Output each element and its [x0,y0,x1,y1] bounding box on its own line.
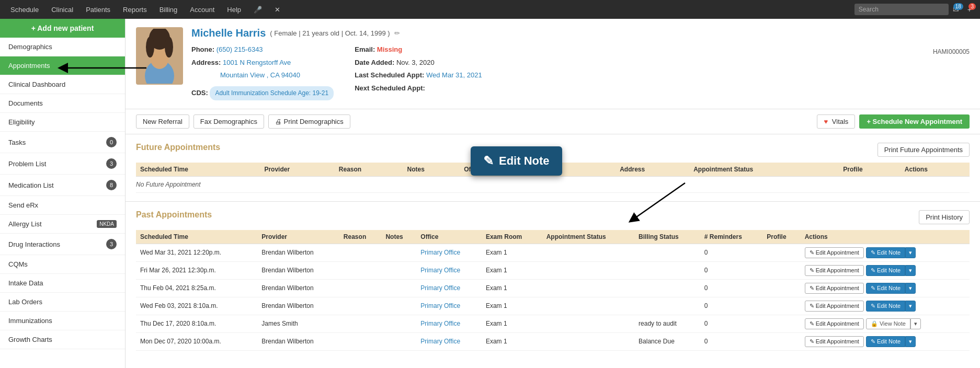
new-referral-button[interactable]: New Referral [136,114,189,129]
sidebar-item-growth-charts[interactable]: Growth Charts [0,330,125,349]
patient-phone[interactable]: (650) 215-6343 [216,45,263,53]
edit-note-button[interactable]: ✎ Edit Note [866,283,905,294]
cell-profile [762,261,800,279]
schedule-new-appointment-button[interactable]: + Schedule New Appointment [859,114,970,129]
cell-provider: James Smith [257,315,339,332]
cell-appt-status [542,332,634,350]
cell-time: Wed Mar 31, 2021 12:20p.m. [136,244,257,261]
cell-appt-status [542,315,634,332]
nav-item-reports[interactable]: Reports [117,0,153,19]
vitals-button[interactable]: ♥ Vitals [817,114,855,129]
sidebar-item-allergy-list[interactable]: Allergy List NKDA [0,215,125,234]
col-actions-future: Actions [901,163,970,177]
cell-time: Thu Dec 17, 2020 8:10a.m. [136,315,257,332]
sidebar-item-tasks[interactable]: Tasks 0 [0,132,125,153]
cell-reason [339,297,382,315]
table-row: Mon Dec 07, 2020 10:00a.m. Brendan Wilbe… [136,332,970,350]
search-input[interactable] [854,4,949,15]
cell-time: Mon Dec 07, 2020 10:00a.m. [136,332,257,350]
nav-item-account[interactable]: Account [184,0,221,19]
print-demographics-button[interactable]: 🖨 Print Demographics [268,114,350,129]
sidebar-label-drug-interactions: Drug Interactions [8,240,60,248]
patient-meta: ( Female | 21 years old | Oct. 14, 1999 … [270,29,390,37]
edit-appointment-button[interactable]: ✎ Edit Appointment [805,336,864,347]
heart-icon: ♥ [824,118,828,125]
table-row: Wed Mar 31, 2021 12:20p.m. Brendan Wilbe… [136,244,970,261]
sidebar-label-lab-orders: Lab Orders [8,298,42,306]
cell-profile [762,279,800,297]
cell-profile [762,297,800,315]
cell-provider: Brendan Wilberton [257,297,339,315]
cell-reminders: 0 [700,261,762,279]
sidebar-item-clinical-dashboard[interactable]: Clinical Dashboard [0,75,125,94]
cell-billing-status [634,297,700,315]
note-dropdown-button[interactable]: ▾ [905,301,916,312]
sidebar-item-lab-orders[interactable]: Lab Orders [0,293,125,312]
print-history-button[interactable]: Print History [919,210,970,224]
note-dropdown-button[interactable]: ▾ [905,265,916,276]
edit-appointment-button[interactable]: ✎ Edit Appointment [805,301,864,312]
sidebar-item-drug-interactions[interactable]: Drug Interactions 3 [0,234,125,255]
close-icon[interactable]: ✕ [268,0,287,19]
medication-list-badge: 8 [106,180,117,190]
cell-reminders: 0 [700,279,762,297]
sidebar-item-medication-list[interactable]: Medication List 8 [0,175,125,196]
edit-appointment-button[interactable]: ✎ Edit Appointment [805,318,864,329]
edit-appointment-button[interactable]: ✎ Edit Appointment [805,283,864,294]
alerts-button[interactable]: + 3 [963,3,976,16]
note-dropdown-button[interactable]: ▾ [910,318,921,329]
action-row: New Referral Fax Demographics 🖨 Print De… [126,109,980,134]
messages-button[interactable]: ✉ 18 [949,3,963,16]
edit-note-button[interactable]: ✎ Edit Note [866,265,905,276]
sidebar-item-send-erx[interactable]: Send eRx [0,196,125,215]
sidebar-label-problem-list: Problem List [8,160,46,168]
cds-tag[interactable]: Adult Immunization Schedule Age: 19-21 [210,86,334,100]
patient-address2[interactable]: Mountain View , CA 94040 [220,71,300,79]
edit-appointment-button[interactable]: ✎ Edit Appointment [805,247,864,258]
edit-note-button[interactable]: ✎ Edit Note [866,336,905,347]
cell-exam-room: Exam 1 [482,279,542,297]
cell-notes [381,315,416,332]
sidebar-item-demographics[interactable]: Demographics [0,38,125,56]
sidebar-item-intake-data[interactable]: Intake Data [0,274,125,293]
sidebar-item-documents[interactable]: Documents [0,94,125,113]
sidebar-item-appointments[interactable]: Appointments [0,56,125,75]
sidebar-item-cqms[interactable]: CQMs [0,255,125,274]
patient-last-appt[interactable]: Wed Mar 31, 2021 [426,71,482,79]
nav-item-billing[interactable]: Billing [153,0,184,19]
top-navigation: Schedule Clinical Patients Reports Billi… [0,0,980,19]
print-future-appointments-button[interactable]: Print Future Appointments [878,143,970,157]
printer-icon: 🖨 [275,118,282,125]
nav-item-schedule[interactable]: Schedule [4,0,45,19]
fax-demographics-button[interactable]: Fax Demographics [193,114,264,129]
view-note-button[interactable]: 🔒 View Note [866,318,910,329]
edit-patient-icon[interactable]: ✏ [394,29,400,37]
sidebar-item-problem-list[interactable]: Problem List 3 [0,153,125,175]
edit-note-overlay[interactable]: ✎ Edit Note [471,146,562,176]
note-dropdown-button[interactable]: ▾ [905,336,916,347]
allergy-list-badge: NKDA [97,220,117,228]
edit-note-button[interactable]: ✎ Edit Note [866,247,905,258]
col-appt-status-past: Appointment Status [542,230,634,244]
edit-note-button[interactable]: ✎ Edit Note [866,301,905,312]
note-dropdown-button[interactable]: ▾ [905,283,916,294]
mic-icon[interactable]: 🎤 [247,0,268,19]
cell-notes [381,244,416,261]
sidebar: + Add new patient Demographics Appointme… [0,19,126,368]
note-dropdown-button[interactable]: ▾ [905,247,916,258]
cell-notes [381,332,416,350]
cell-time: Thu Feb 04, 2021 8:25a.m. [136,279,257,297]
sidebar-label-tasks: Tasks [8,139,26,146]
sidebar-item-eligibility[interactable]: Eligibility [0,113,125,132]
nav-item-clinical[interactable]: Clinical [45,0,79,19]
patient-address1[interactable]: 1001 N Rengstorff Ave [223,59,291,66]
add-patient-button[interactable]: + Add new patient [0,19,125,38]
sidebar-label-cqms: CQMs [8,260,28,268]
edit-appointment-button[interactable]: ✎ Edit Appointment [805,265,864,276]
nav-item-patients[interactable]: Patients [79,0,117,19]
sidebar-label-documents: Documents [8,99,43,107]
col-appt-status-future: Appointment Status [689,163,839,177]
cell-exam-room: Exam 1 [482,332,542,350]
nav-item-help[interactable]: Help [221,0,247,19]
sidebar-item-immunizations[interactable]: Immunizations [0,312,125,330]
